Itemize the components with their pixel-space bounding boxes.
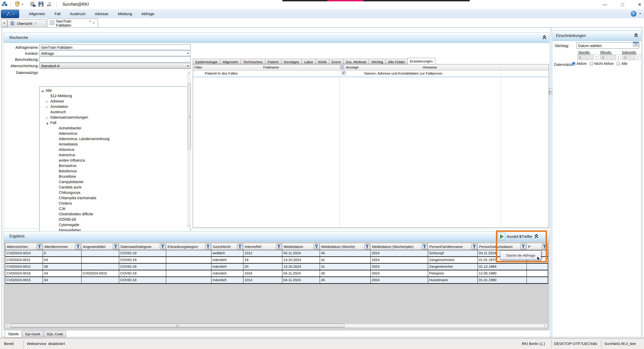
minute-spinner[interactable]: 0 ▲▼: [600, 55, 621, 60]
stichtag-date-input[interactable]: Datum wählen: [576, 42, 639, 49]
column-filter-icon[interactable]: [276, 243, 282, 250]
tree-item[interactable]: ▷Datensatzsammlungen: [40, 115, 190, 120]
scroll-down-icon[interactable]: ▼: [188, 224, 191, 228]
tree-item[interactable]: Ausbruch: [40, 109, 190, 115]
spin-down-icon[interactable]: ▼: [596, 57, 597, 59]
filter-category-tab[interactable]: Allgemein: [220, 59, 241, 64]
radio-icon[interactable]: [572, 62, 576, 65]
column-header[interactable]: AlterBerechnet: [43, 243, 82, 250]
spin-up-icon[interactable]: ▲: [637, 55, 639, 57]
tab-overflow-button[interactable]: ▼: [1, 19, 8, 27]
filter-category-tab[interactable]: Patient: [265, 59, 281, 64]
tree-item[interactable]: Campylobacter: [40, 179, 190, 184]
tree-item[interactable]: Arbovirus: [40, 147, 190, 152]
close-button[interactable]: ✕: [634, 1, 644, 8]
tree-item[interactable]: Clostridioides difficile: [40, 211, 190, 217]
tree-item[interactable]: CJK: [40, 206, 190, 211]
kontext-select[interactable]: Abfrage ▼: [39, 50, 191, 56]
datensatztyp-tree[interactable]: ◢Alle §12-Meldung ▷Adresse ▷Annotation A…: [39, 86, 191, 243]
filter-category-tab[interactable]: Klinik: [316, 59, 329, 64]
logout-person-icon[interactable]: [47, 2, 52, 8]
tree-item[interactable]: COVID-19: [40, 217, 190, 222]
filter-category-tab[interactable]: Technisches: [240, 59, 265, 64]
column-header[interactable]: Erkrankungsbeginn: [166, 243, 212, 250]
menubar-item[interactable]: Abfrage: [137, 12, 159, 16]
menubar-item[interactable]: Adresse: [90, 12, 113, 16]
column-filter-icon[interactable]: [205, 243, 211, 250]
app-menu-button[interactable]: ▼: [1, 10, 19, 18]
tree-item[interactable]: Acinetobacter: [40, 125, 190, 131]
column-filter-icon[interactable]: [237, 243, 243, 250]
ergebnis-view-tab[interactable]: Tabelle: [5, 331, 22, 337]
column-filter-icon[interactable]: [36, 243, 42, 250]
column-filter-icon[interactable]: [160, 243, 166, 250]
help-icon[interactable]: ?: [630, 11, 636, 17]
menubar-item[interactable]: Ausbruch: [65, 12, 90, 16]
table-row[interactable]: CVD2024-00140COVID-19weiblich101204.11.2…: [5, 250, 548, 257]
minimize-button[interactable]: —: [600, 1, 610, 8]
anzeige-header-checkbox[interactable]: [340, 66, 344, 69]
calendar-icon[interactable]: 15: [633, 42, 639, 47]
scrollbar-thumb[interactable]: [188, 83, 191, 149]
abfragename-input[interactable]: GenTrain Falldaten: [39, 44, 191, 50]
column-header[interactable]: Meldedatum (Wochenjahr): [371, 243, 428, 250]
filter-category-tab[interactable]: Zus. Attribute: [343, 59, 369, 64]
beschreibung-input[interactable]: [39, 57, 191, 63]
scrollbar-thumb[interactable]: [10, 324, 344, 327]
database-search-icon[interactable]: [30, 2, 36, 8]
spin-up-icon[interactable]: ▲: [618, 55, 619, 57]
collapse-chevron-icon[interactable]: [542, 35, 547, 40]
table-row[interactable]: CVD2024-001644CVD2024-0015COVID-19männli…: [5, 270, 548, 277]
tree-item[interactable]: Adenovirus, Länderverordnung: [40, 136, 190, 141]
tree-item[interactable]: ▷Annotation: [40, 104, 190, 109]
datensaetze-option[interactable]: Alle: [617, 62, 628, 66]
tree-scrollbar[interactable]: ▲ ▼: [187, 71, 191, 228]
column-header[interactable]: Meldedatum (Woche): [320, 243, 371, 250]
column-header[interactable]: DatensatzKategorie: [119, 243, 166, 250]
column-header[interactable]: AngestecktBei: [82, 243, 119, 250]
tree-item[interactable]: Amoebiasis: [40, 141, 190, 147]
tree-item[interactable]: ◢Fall: [40, 120, 190, 125]
filter-category-tab[interactable]: Alle Felder: [386, 59, 408, 64]
tree-item[interactable]: §12-Meldung: [40, 93, 190, 98]
tab-gentrain-falldaten[interactable]: GenTrain Falldaten * ✕: [47, 19, 98, 27]
tab-close-icon[interactable]: ✕: [34, 22, 37, 25]
anzeige-checkbox-checked[interactable]: ✔: [342, 71, 346, 75]
scroll-left-icon[interactable]: ◄: [5, 324, 10, 327]
shield-tool-icon[interactable]: [15, 1, 20, 8]
table-row[interactable]: CVD2024-001154COVID-19männlich1913.10.20…: [5, 257, 548, 264]
tree-item[interactable]: Cytomegalie: [40, 222, 190, 227]
maximize-button[interactable]: □: [618, 1, 628, 8]
column-header[interactable]: InterneRef: [244, 243, 282, 250]
tree-item[interactable]: Candida auris: [40, 184, 190, 190]
column-filter-icon[interactable]: [314, 243, 319, 250]
collapse-chevron-icon[interactable]: [634, 33, 638, 38]
column-header[interactable]: Geschlecht: [212, 243, 244, 250]
ergebnis-view-tab[interactable]: Epi-Gantt: [22, 331, 43, 337]
filter-category-tab[interactable]: Epidemiologie: [193, 59, 220, 64]
tree-expander-icon[interactable]: ◢: [46, 121, 50, 126]
spin-down-icon[interactable]: ▼: [618, 57, 619, 59]
column-filter-icon[interactable]: [113, 243, 118, 250]
filter-category-tab[interactable]: Wichtig: [369, 59, 386, 64]
save-icon[interactable]: [38, 2, 43, 8]
tree-expander-icon[interactable]: ◢: [41, 88, 46, 94]
menubar-item[interactable]: Meldung: [113, 12, 137, 16]
datensaetze-option[interactable]: Aktive: [572, 62, 586, 66]
panel-splitter[interactable]: [550, 28, 552, 336]
menubar-item[interactable]: Allgemein: [24, 12, 50, 16]
column-header[interactable]: Aktenzeichen: [5, 243, 43, 250]
tree-item[interactable]: aviäre Influenza: [40, 158, 190, 163]
scroll-up-icon[interactable]: ▲: [188, 71, 191, 75]
filter-category-tab[interactable]: Sonstiges: [281, 59, 302, 64]
radio-icon[interactable]: [590, 62, 593, 65]
tab-close-icon[interactable]: ✕: [92, 21, 95, 25]
tree-item[interactable]: Chlamydia trachomatis: [40, 195, 190, 201]
tree-item[interactable]: Astrovirus: [40, 152, 190, 158]
column-filter-icon[interactable]: [472, 243, 477, 250]
datensaetze-option[interactable]: Nicht Aktive: [590, 62, 614, 66]
stunde-spinner[interactable]: 0 ▲▼: [577, 55, 599, 60]
tree-item[interactable]: Brucellose: [40, 174, 190, 179]
radio-icon[interactable]: [617, 62, 620, 65]
help-dropdown-caret-icon[interactable]: ▼: [639, 13, 641, 15]
